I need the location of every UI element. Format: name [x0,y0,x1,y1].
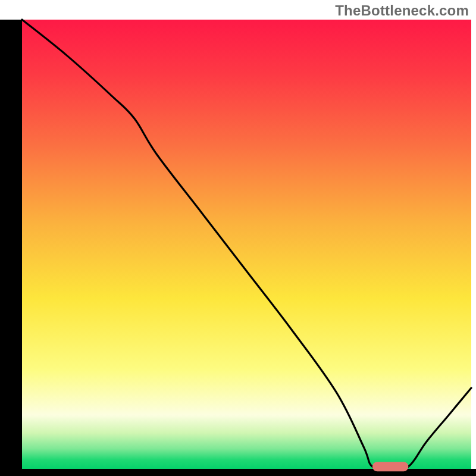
optimum-marker [372,462,408,471]
chart-frame: TheBottleneck.com [0,0,476,476]
plot-background [22,20,471,469]
y-axis [0,20,22,476]
bottleneck-chart [0,0,476,476]
